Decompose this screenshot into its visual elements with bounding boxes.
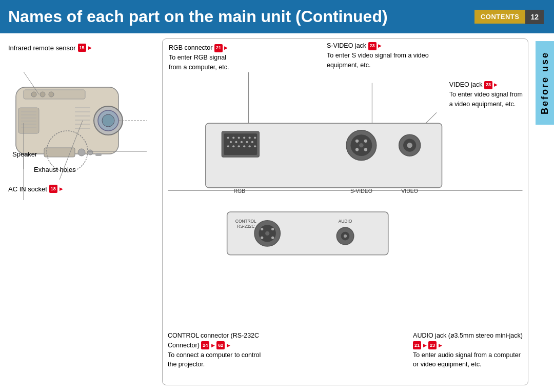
svg-point-6	[40, 92, 45, 97]
infrared-arrow: ▶	[88, 45, 92, 50]
svg-point-54	[227, 145, 229, 147]
svg-point-63	[364, 140, 367, 143]
page-title: Names of each part on the main unit (Con…	[8, 7, 388, 26]
svg-point-67	[399, 134, 421, 156]
svg-point-85	[341, 232, 350, 241]
svg-point-62	[355, 140, 359, 143]
svg-text:S-VIDEO: S-VIDEO	[350, 188, 372, 194]
speaker-label: Speaker	[12, 150, 37, 158]
svg-point-52	[246, 141, 248, 143]
svg-point-56	[238, 145, 240, 147]
svg-point-65	[364, 148, 367, 151]
svg-rect-40	[206, 123, 442, 188]
svg-point-82	[265, 231, 269, 236]
infrared-label: Infrared remote sensor 15 ▶	[8, 44, 92, 52]
svg-point-69	[407, 143, 412, 148]
svg-line-36	[426, 112, 437, 123]
svideo-label: S-VIDEO jack 23 ▶ To enter S video signa…	[327, 41, 429, 70]
svg-text:CONTROL: CONTROL	[235, 219, 256, 224]
svg-point-64	[355, 148, 359, 151]
contents-button[interactable]: CONTENTS	[474, 10, 526, 24]
svg-rect-42	[224, 133, 257, 155]
control-badge2: 62	[216, 341, 225, 349]
left-panel: Infrared remote sensor 15 ▶	[8, 38, 157, 385]
svg-rect-26	[95, 153, 102, 156]
svg-point-44	[232, 136, 234, 139]
svg-point-50	[235, 141, 237, 143]
svg-point-59	[254, 145, 256, 147]
projector-illustration	[8, 56, 147, 231]
svg-point-68	[403, 139, 416, 152]
svg-point-60	[346, 130, 377, 161]
svg-point-45	[238, 136, 240, 139]
audio-desc: AUDIO jack (ø3.5mm stereo mini-jack) 21 …	[413, 331, 523, 369]
page-number: 12	[525, 10, 544, 24]
svg-point-58	[249, 145, 251, 147]
svg-text:RS-232C: RS-232C	[237, 224, 254, 229]
right-panel: RGB S-VIDEO VIDEO CONTROL RS-232C AUDIO	[162, 38, 528, 385]
svg-point-49	[230, 141, 232, 143]
svg-point-78	[261, 228, 263, 230]
svg-point-51	[241, 141, 243, 143]
svg-point-43	[227, 136, 229, 139]
ac-arrow: ▶	[60, 186, 63, 191]
svg-point-23	[78, 149, 85, 156]
svg-point-66	[359, 143, 363, 147]
svg-text:VIDEO: VIDEO	[401, 188, 418, 194]
infrared-badge: 15	[78, 44, 86, 52]
side-tab: Before use	[536, 41, 554, 125]
svg-rect-73	[227, 212, 388, 255]
svg-text:AUDIO: AUDIO	[339, 219, 352, 224]
svg-point-77	[259, 225, 276, 242]
svg-rect-41	[222, 131, 259, 157]
ac-badge: 18	[49, 185, 57, 193]
ac-label: AC IN socket 18 ▶	[8, 185, 63, 193]
rgb-badge: 21	[214, 44, 223, 52]
svg-point-4	[102, 114, 114, 127]
svg-point-84	[337, 227, 354, 245]
svg-text:RGB: RGB	[233, 188, 245, 194]
control-badge1: 24	[201, 341, 209, 349]
main-content: Infrared remote sensor 15 ▶	[0, 33, 554, 390]
diagram-box: RGB S-VIDEO VIDEO CONTROL RS-232C AUDIO	[162, 38, 528, 385]
svg-point-57	[243, 145, 245, 147]
svg-point-24	[88, 150, 93, 155]
svg-point-53	[251, 141, 253, 143]
svg-point-86	[344, 234, 347, 238]
svg-point-48	[254, 136, 256, 139]
exhaust-label: Exhaust holes	[34, 166, 76, 173]
audio-badge1: 21	[413, 341, 421, 349]
svg-point-81	[271, 237, 274, 239]
svg-rect-15	[18, 108, 39, 133]
svg-point-76	[254, 221, 280, 246]
svg-point-61	[350, 134, 372, 156]
video-badge: 23	[484, 81, 492, 89]
rgb-label: RGB connector 21 ▶ To enter RGB signal f…	[169, 43, 229, 72]
svg-point-79	[271, 228, 274, 230]
svg-point-55	[232, 145, 234, 147]
audio-badge2: 23	[428, 341, 437, 349]
svg-point-80	[261, 237, 263, 239]
svg-point-5	[31, 92, 36, 97]
svg-point-47	[249, 136, 251, 139]
svg-point-7	[49, 92, 54, 97]
video-label: VIDEO jack 23 ▶ To enter video signal fr…	[449, 80, 523, 109]
header-right: CONTENTS 12	[474, 10, 544, 24]
svideo-badge: 23	[368, 42, 377, 50]
page-header: Names of each part on the main unit (Con…	[0, 0, 554, 33]
svg-point-46	[243, 136, 245, 139]
control-desc: CONTROL connector (RS-232C Connector) 24…	[168, 331, 261, 369]
